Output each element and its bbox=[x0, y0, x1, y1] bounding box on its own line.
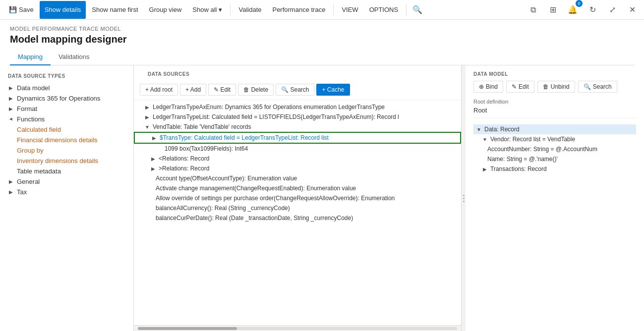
dm-edit-button[interactable]: ✎ Edit bbox=[506, 81, 534, 93]
bind-button[interactable]: ⊕ Bind bbox=[473, 81, 503, 93]
chevron-down-icon: ▾ bbox=[219, 6, 222, 13]
dm-item-vendor[interactable]: ▼ Vendor: Record list = VendTable bbox=[473, 134, 636, 144]
show-all-button[interactable]: Show all ▾ bbox=[187, 1, 227, 19]
root-def-value: Root bbox=[473, 107, 636, 118]
separator2 bbox=[333, 4, 334, 16]
search-icon: 🔍 bbox=[412, 5, 422, 14]
tab-validations[interactable]: Validations bbox=[51, 49, 98, 65]
unlink-icon: 🗑 bbox=[543, 83, 549, 90]
chevron-down-icon: ▼ bbox=[481, 137, 488, 142]
tree-item-inventory-dimensions[interactable]: Inventory dimensions details bbox=[0, 156, 133, 166]
chevron-down-icon: ▼ bbox=[8, 116, 14, 122]
chevron-right-icon: ▶ bbox=[8, 85, 14, 91]
plugin-icon-button[interactable]: ⧉ bbox=[525, 2, 541, 18]
search-icon: 🔍 bbox=[584, 83, 591, 90]
close-button[interactable]: ✕ bbox=[624, 2, 640, 18]
save-icon: 💾 bbox=[9, 6, 17, 13]
ds-item-allow-override[interactable]: Allow override of settings per purchase … bbox=[134, 193, 461, 203]
datasources-title: DATA SOURCES bbox=[140, 69, 455, 81]
chevron-right-icon: ▶ bbox=[8, 96, 14, 101]
search-global-button[interactable]: 🔍 bbox=[410, 2, 425, 18]
ds-item-relations-gt[interactable]: ▶ >Relations: Record bbox=[134, 164, 461, 173]
toolbar-right-area: ⧉ ⊞ 🔔 0 ↻ ⤢ ✕ bbox=[525, 2, 640, 18]
chevron-right-icon: ▶ bbox=[481, 166, 488, 172]
separator bbox=[230, 4, 231, 16]
dm-item-data-record[interactable]: ▼ Data: Record bbox=[473, 124, 636, 134]
office-icon-button[interactable]: ⊞ bbox=[545, 2, 561, 18]
datasource-tree: ▶ LedgerTransTypeAxEnum: Dynamics 365 fo… bbox=[134, 100, 461, 325]
delete-button[interactable]: 🗑 Delete bbox=[238, 84, 274, 96]
cache-button[interactable]: + Cache bbox=[316, 84, 350, 96]
unbind-button[interactable]: 🗑 Unbind bbox=[537, 81, 575, 93]
ds-item-balance-all-currency[interactable]: balanceAllCurrency(): Real (String _curr… bbox=[134, 203, 461, 213]
root-def-label: Root definition bbox=[473, 99, 636, 105]
refresh-button[interactable]: ↻ bbox=[585, 2, 600, 18]
ds-item-ledger-ax-enum[interactable]: ▶ LedgerTransTypeAxEnum: Dynamics 365 fo… bbox=[134, 102, 461, 112]
validate-button[interactable]: Validate bbox=[234, 1, 266, 19]
options-menu-button[interactable]: OPTIONS bbox=[364, 1, 404, 19]
scrollbar-track bbox=[138, 327, 457, 330]
tree-item-financial-dimensions[interactable]: Financial dimensions details bbox=[0, 135, 133, 145]
tree-item-dynamics365[interactable]: ▶ Dynamics 365 for Operations bbox=[0, 93, 133, 104]
chevron-right-icon: ▶ bbox=[150, 166, 157, 171]
ds-item-account-type[interactable]: Account type(OffsetAccountType): Enumera… bbox=[134, 173, 461, 183]
performance-trace-button[interactable]: Performance trace bbox=[267, 1, 330, 19]
chevron-right-icon: ▶ bbox=[150, 156, 157, 162]
edit-icon: ✎ bbox=[512, 83, 517, 90]
tab-mapping[interactable]: Mapping bbox=[10, 49, 51, 65]
ds-item-balance-cur-per-date[interactable]: balanceCurPerDate(): Real (Date _transac… bbox=[134, 213, 461, 223]
chevron-right-icon: ▶ bbox=[8, 179, 14, 184]
chevron-right-icon: ▶ bbox=[8, 106, 14, 111]
tree-item-tax[interactable]: ▶ Tax bbox=[0, 187, 133, 197]
scrollbar-thumb[interactable] bbox=[138, 327, 237, 330]
dm-item-name[interactable]: Name: String = @.'name()' bbox=[473, 154, 636, 164]
view-menu-button[interactable]: VIEW bbox=[337, 1, 363, 19]
ds-item-relations-lt[interactable]: ▶ <Relations: Record bbox=[134, 154, 461, 164]
datasource-types-title: DATA SOURCE TYPES bbox=[0, 71, 133, 83]
datasource-header: DATA SOURCES + Add root + Add ✎ Edit 🗑 D… bbox=[134, 65, 461, 100]
page-content: MODEL PERFORMANCE TRACE MODEL Model mapp… bbox=[0, 20, 644, 331]
main-layout: DATA SOURCE TYPES ▶ Data model ▶ Dynamic… bbox=[0, 65, 644, 331]
popout-button[interactable]: ⤢ bbox=[604, 2, 620, 18]
ds-item-ledger-list[interactable]: ▶ LedgerTransTypeList: Calculated field … bbox=[134, 112, 461, 122]
add-root-button[interactable]: + Add root bbox=[140, 84, 178, 96]
chevron-right-icon: ▶ bbox=[8, 189, 14, 195]
dm-search-button[interactable]: 🔍 Search bbox=[578, 81, 617, 93]
dm-item-transactions[interactable]: ▶ Transactions: Record bbox=[473, 164, 636, 174]
show-name-first-button[interactable]: Show name first bbox=[87, 1, 143, 19]
chevron-right-icon: ▶ bbox=[144, 114, 151, 120]
chevron-right-icon: ▶ bbox=[151, 135, 158, 141]
dm-item-account-number[interactable]: AccountNumber: String = @.AccountNum bbox=[473, 144, 636, 154]
ds-item-1099-box[interactable]: 1099 box(Tax1099Fields): Int64 bbox=[134, 144, 461, 154]
vertical-splitter[interactable] bbox=[462, 65, 466, 331]
tree-item-data-model[interactable]: ▶ Data model bbox=[0, 83, 133, 93]
tree-item-calculated-field[interactable]: Calculated field bbox=[0, 124, 133, 135]
tabs: Mapping Validations bbox=[10, 49, 634, 65]
ds-item-activate-change[interactable]: Activate change management(ChangeRequest… bbox=[134, 183, 461, 193]
separator3 bbox=[406, 4, 407, 16]
search-button[interactable]: 🔍 Search bbox=[276, 84, 314, 96]
dm-toolbar: ⊕ Bind ✎ Edit 🗑 Unbind 🔍 Search bbox=[473, 81, 636, 93]
tree-item-functions[interactable]: ▼ Functions bbox=[0, 114, 133, 124]
ds-item-trans-type[interactable]: ▶ $TransType: Calculated field = LedgerT… bbox=[134, 132, 461, 144]
notification-button[interactable]: 🔔 0 bbox=[565, 2, 581, 18]
tree-item-group-by[interactable]: Group by bbox=[0, 145, 133, 156]
ds-item-vend-table[interactable]: ▼ VendTable: Table 'VendTable' records bbox=[134, 122, 461, 132]
add-button[interactable]: + Add bbox=[180, 84, 206, 96]
tree-item-general[interactable]: ▶ General bbox=[0, 176, 133, 187]
chevron-down-icon: ▼ bbox=[475, 127, 482, 132]
edit-button[interactable]: ✎ Edit bbox=[208, 84, 236, 96]
link-icon: ⊕ bbox=[479, 83, 484, 90]
chevron-down-icon: ▼ bbox=[144, 124, 151, 130]
data-model-title: DATA MODEL bbox=[473, 71, 636, 77]
show-details-button[interactable]: Show details bbox=[40, 1, 86, 19]
group-view-button[interactable]: Group view bbox=[144, 1, 187, 19]
save-button[interactable]: 💾 Save bbox=[4, 1, 39, 19]
left-panel: DATA SOURCE TYPES ▶ Data model ▶ Dynamic… bbox=[0, 65, 134, 331]
right-panel: DATA MODEL ⊕ Bind ✎ Edit 🗑 Unbind 🔍 Sear… bbox=[466, 65, 644, 331]
horizontal-scrollbar[interactable] bbox=[134, 325, 461, 331]
tree-item-table-metadata[interactable]: Table metadata bbox=[0, 166, 133, 176]
main-toolbar: 💾 Save Show details Show name first Grou… bbox=[0, 0, 644, 20]
tree-item-format[interactable]: ▶ Format bbox=[0, 104, 133, 114]
middle-panel: DATA SOURCES + Add root + Add ✎ Edit 🗑 D… bbox=[134, 65, 462, 331]
